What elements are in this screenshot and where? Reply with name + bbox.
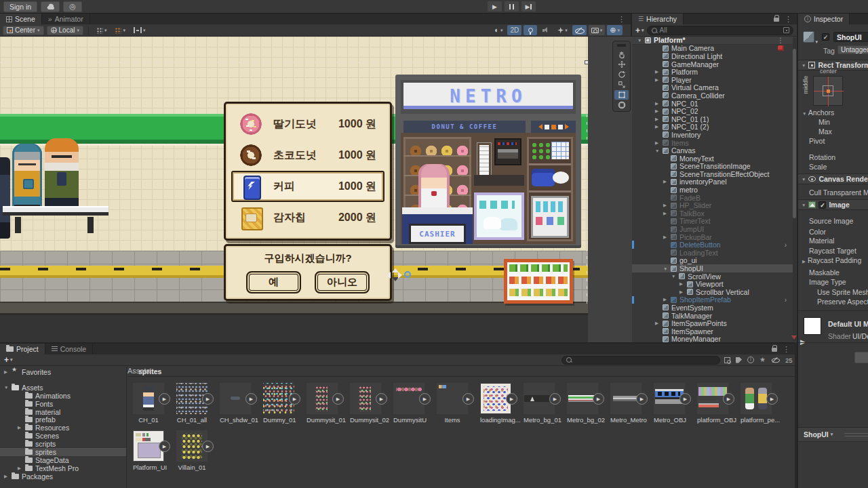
camera-settings-dropdown[interactable]: ▾ xyxy=(589,25,606,35)
hierarchy-row[interactable]: MoneyManager xyxy=(632,336,793,342)
material-foldout[interactable]: ▶ xyxy=(800,338,806,346)
search-filter-icon[interactable] xyxy=(783,27,789,33)
pause-button[interactable] xyxy=(504,1,519,12)
create-button[interactable]: +▾ xyxy=(635,26,644,35)
create-asset-button[interactable]: +▾ xyxy=(4,355,13,365)
asset-item[interactable]: ▶ loadingImag... xyxy=(480,383,511,424)
audio-toggle[interactable] xyxy=(539,25,553,35)
folder-row[interactable]: prefab xyxy=(0,415,126,424)
gizmos-dropdown[interactable]: ⊕▾ xyxy=(607,25,623,35)
expand-arrow[interactable]: ▼ xyxy=(671,274,679,279)
sprite-expand-button[interactable]: ▶ xyxy=(289,393,300,405)
hierarchy-row[interactable]: ▶ Player xyxy=(632,76,793,84)
shop-menu-item[interactable]: 딸기도넛 1000 원 xyxy=(231,108,384,140)
folder-row[interactable]: ▼ Assets xyxy=(0,384,126,392)
edit-button-fragment[interactable] xyxy=(854,352,868,363)
project-kebab-menu[interactable]: ⋮ xyxy=(783,344,790,354)
expand-arrow[interactable]: ▶ xyxy=(655,321,663,326)
foldout-arrow[interactable]: ▼ xyxy=(802,203,806,207)
expand-arrow[interactable]: ▶ xyxy=(4,369,12,375)
prefab-chevron[interactable]: › xyxy=(785,296,793,304)
shop-menu-item[interactable]: 초코도넛 1000 원 xyxy=(231,140,384,171)
asset-item[interactable]: ▶ Dummy_01 xyxy=(263,383,294,424)
asset-item[interactable]: ▶ Metro_Metro xyxy=(610,383,642,424)
type-filter-icon[interactable]: ! xyxy=(747,357,754,363)
hierarchy-row[interactable]: Camera_Collider xyxy=(632,92,793,100)
hierarchy-row[interactable]: metro xyxy=(632,186,793,194)
tab-console[interactable]: Console xyxy=(45,344,94,354)
hierarchy-row[interactable]: ▶ NPC_02 xyxy=(632,107,793,115)
no-button[interactable]: 아니오 xyxy=(315,271,370,293)
tab-inspector[interactable]: iInspector xyxy=(798,14,850,24)
hierarchy-row[interactable]: ▶ Viewport xyxy=(632,280,793,288)
hierarchy-row[interactable]: ▶ PickupBar xyxy=(632,233,793,241)
tab-project[interactable]: Project xyxy=(0,344,45,354)
folder-row[interactable]: sprites xyxy=(0,448,126,456)
active-checkbox[interactable]: ✓ xyxy=(822,33,829,41)
hierarchy-row[interactable]: ItemSpawner xyxy=(632,327,793,336)
expand-arrow[interactable]: ▶ xyxy=(655,117,663,122)
asset-item[interactable]: ▶ Dummysit_01 xyxy=(307,383,338,424)
step-button[interactable]: ▶ xyxy=(521,1,536,12)
hierarchy-row[interactable]: ▶ TalkBox xyxy=(632,209,793,218)
asset-item[interactable]: ▶ platform_OBJ xyxy=(697,383,728,424)
expand-arrow[interactable]: ▶ xyxy=(655,140,663,146)
hierarchy-row[interactable]: ▶ NPC_01 xyxy=(632,100,793,108)
handle-space-dropdown[interactable]: Local▾ xyxy=(47,26,83,35)
expand-arrow[interactable]: ▼ xyxy=(663,266,671,271)
hierarchy-row[interactable]: Inventory xyxy=(632,131,793,139)
folder-row[interactable]: Animations xyxy=(0,392,126,400)
scene-viewport[interactable]: NETRO DONUT & COFFEE xyxy=(0,37,632,342)
folder-row[interactable]: ▶ Favorites xyxy=(0,368,126,376)
lighting-toggle[interactable] xyxy=(524,25,537,35)
rotate-tool[interactable] xyxy=(614,70,629,79)
sprite-expand-button[interactable]: ▶ xyxy=(159,441,170,452)
expand-arrow[interactable]: ▶ xyxy=(663,211,671,216)
scale-tool[interactable] xyxy=(614,80,629,89)
expand-arrow[interactable]: ▶ xyxy=(663,179,671,184)
rect-handle[interactable] xyxy=(585,60,589,64)
sprite-expand-button[interactable]: ▶ xyxy=(202,393,214,405)
expand-arrow[interactable]: ▼ xyxy=(655,148,663,153)
sign-in-button[interactable]: Sign in xyxy=(3,1,37,12)
asset-item[interactable]: ▶ platform_pe... xyxy=(741,383,772,424)
lock-icon[interactable] xyxy=(774,18,779,22)
hierarchy-row[interactable]: EventSystem xyxy=(632,304,793,312)
hierarchy-row[interactable]: TalkManager xyxy=(632,312,793,320)
foldout-arrow[interactable]: ▼ xyxy=(802,111,806,116)
sprite-expand-button[interactable]: ▶ xyxy=(723,393,734,405)
shading-mode-dropdown[interactable]: ◐▾ xyxy=(492,25,505,35)
sprite-expand-button[interactable]: ▶ xyxy=(202,441,214,452)
2d-toggle[interactable]: 2D xyxy=(507,25,521,35)
asset-item[interactable]: ▶ Metro_OBJ xyxy=(654,383,685,424)
hierarchy-row[interactable]: ▼ ScrollView xyxy=(632,272,793,281)
foldout-arrow[interactable]: ▼ xyxy=(802,177,806,182)
hierarchy-row[interactable]: Main Camera xyxy=(632,45,793,53)
folder-row[interactable]: ▶ TextMesh Pro xyxy=(0,464,126,472)
canvas-renderer-header[interactable]: ▼ Canvas Renderer xyxy=(798,174,868,184)
hierarchy-row[interactable]: TimerText xyxy=(632,218,793,226)
hierarchy-kebab-menu[interactable]: ⋮ xyxy=(785,14,792,24)
effects-dropdown[interactable]: ▾ xyxy=(555,25,570,35)
hierarchy-row[interactable]: ▶ ShopItemPrefab › xyxy=(632,296,793,304)
hierarchy-row[interactable]: MoneyText xyxy=(632,155,793,163)
tab-animator[interactable]: »Animator xyxy=(42,14,90,24)
expand-arrow[interactable]: ▶ xyxy=(655,108,663,114)
hierarchy-row[interactable]: ▶ NPC_01 (1) xyxy=(632,115,793,123)
expand-arrow[interactable]: ▶ xyxy=(679,281,687,287)
asset-item[interactable]: ▶ Metro_bg_02 xyxy=(567,383,598,424)
preview-bar[interactable]: ShopUI ▾ xyxy=(798,427,868,442)
palette-drag-handle[interactable] xyxy=(617,44,626,47)
lock-icon[interactable] xyxy=(772,348,777,352)
target-button[interactable]: ◎ xyxy=(63,1,82,12)
cloud-button[interactable] xyxy=(41,1,60,12)
hierarchy-row[interactable]: FadeB xyxy=(632,194,793,202)
expand-arrow[interactable]: ▶ xyxy=(18,425,25,430)
label-filter-icon[interactable] xyxy=(736,357,742,363)
folder-row[interactable]: StageData xyxy=(0,456,126,464)
material-swatch[interactable] xyxy=(804,317,821,335)
hierarchy-row[interactable]: SceneTransitionImage xyxy=(632,163,793,171)
hierarchy-row[interactable]: ▶ Scrollbar Vertical xyxy=(632,288,793,296)
hierarchy-row[interactable]: go_ui xyxy=(632,257,793,265)
hierarchy-row[interactable]: ▼ ShopUI xyxy=(632,264,793,272)
